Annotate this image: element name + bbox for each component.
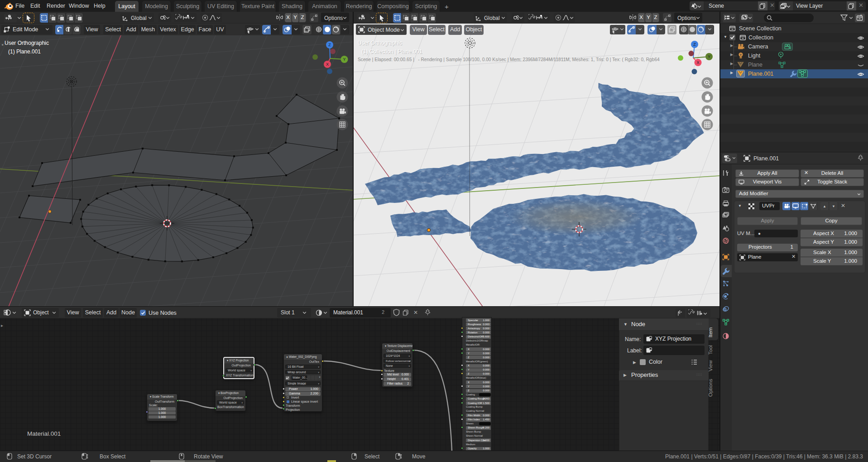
svg-text:User Orthographic: User Orthographic	[358, 40, 402, 46]
svg-text:Z: Z	[328, 43, 331, 47]
svg-text:X: X	[326, 62, 329, 67]
svg-text:Y: Y	[708, 54, 710, 59]
svg-text:Y: Y	[343, 57, 345, 62]
svg-text:User Orthographic: User Orthographic	[5, 40, 49, 46]
svg-text:Scene | Elapsed: 00:00.65 |: Scene | Elapsed: 00:00.65 | - Rendering …	[358, 57, 660, 62]
svg-text:X: X	[696, 60, 699, 65]
svg-text:(1) Plane.001: (1) Plane.001	[8, 48, 41, 55]
svg-text:◂: ◂	[1, 43, 3, 47]
svg-text:Z: Z	[693, 42, 696, 47]
svg-text:(1) Collection | Plane.001: (1) Collection | Plane.001	[361, 48, 422, 55]
